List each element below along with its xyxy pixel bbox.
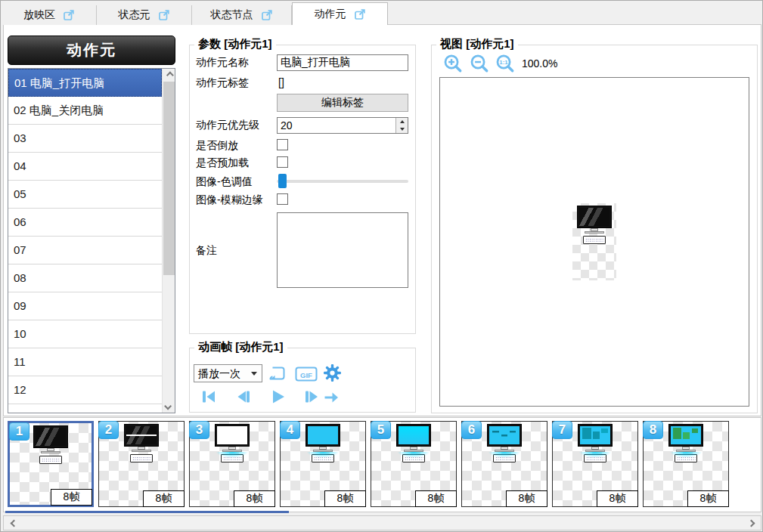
params-legend: 参数 [动作元1] <box>194 37 276 51</box>
scrollbar-thumb[interactable] <box>163 82 175 275</box>
scroll-up-button[interactable] <box>163 69 175 82</box>
priority-spinner[interactable]: 20 <box>277 117 408 134</box>
list-item[interactable]: 05 <box>8 181 162 209</box>
scroll-left-button[interactable] <box>5 516 22 530</box>
priority-label: 动作元优先级 <box>196 119 259 132</box>
chevron-down-icon <box>164 403 172 410</box>
film-frame[interactable]: 3 8帧 <box>189 421 275 507</box>
film-frame[interactable]: 1 8帧 <box>8 421 94 507</box>
gear-icon[interactable] <box>323 363 342 382</box>
reverse-checkbox[interactable] <box>277 139 288 150</box>
tab-label: 放映区 <box>23 8 55 22</box>
frame-count-badge: 8帧 <box>51 489 92 506</box>
frame-number-badge: 2 <box>98 421 119 439</box>
monitor-icon <box>215 424 250 447</box>
blur-label: 图像-模糊边缘 <box>196 193 263 207</box>
film-frame[interactable]: 8 8帧 <box>643 421 729 507</box>
slider-handle[interactable] <box>278 174 287 188</box>
list-item[interactable]: 08 <box>8 264 162 292</box>
frame-number-badge: 6 <box>461 421 482 439</box>
list-item[interactable]: 10 <box>8 320 162 348</box>
params-groupbox: 参数 [动作元1] 动作元名称 动作元标签 [] 编辑标签 动作元优先级 20 … <box>189 45 416 334</box>
screen-glow <box>578 452 613 459</box>
preload-checkbox[interactable] <box>277 156 288 168</box>
computer-image <box>33 425 68 465</box>
zoom-out-icon[interactable] <box>470 54 490 74</box>
hue-slider[interactable] <box>277 174 408 188</box>
film-frame[interactable]: 4 8帧 <box>280 421 366 507</box>
play-icon[interactable] <box>270 389 287 404</box>
screen-glow <box>306 452 340 459</box>
frame-number-badge: 3 <box>189 421 209 439</box>
step-forward-icon[interactable] <box>303 389 320 404</box>
name-input[interactable] <box>277 54 408 71</box>
skip-to-start-icon[interactable] <box>200 389 217 404</box>
tab[interactable]: 状态节点 <box>192 5 292 25</box>
anim-legend: 动画帧 [动作元1] <box>194 340 287 354</box>
monitor-icon <box>306 424 340 447</box>
list-item[interactable]: 02 电脑_关闭电脑 <box>8 97 162 125</box>
main-panel: 动作元 01 电脑_打开电脑02 电脑_关闭电脑0304050607080910… <box>3 24 761 416</box>
monitor-icon <box>396 424 431 447</box>
external-link-icon[interactable] <box>158 9 170 21</box>
film-frame[interactable]: 7 8帧 <box>552 421 638 507</box>
arrow-right-icon[interactable] <box>323 391 340 404</box>
list-item[interactable]: 04 <box>8 153 162 181</box>
monitor-icon <box>577 206 612 228</box>
spin-up-button[interactable] <box>396 118 408 125</box>
monitor-icon <box>487 424 522 447</box>
list-item[interactable]: 13 <box>8 404 162 413</box>
dropdown-arrow-icon <box>251 372 257 376</box>
triangle-up-icon <box>400 120 405 123</box>
play-mode-value: 播放一次 <box>198 365 240 382</box>
screen-glow <box>487 452 522 459</box>
frame-count-badge: 8帧 <box>687 490 729 507</box>
list-item[interactable]: 11 <box>8 348 162 376</box>
triangle-down-icon <box>400 128 405 131</box>
priority-value: 20 <box>281 118 293 133</box>
film-frame[interactable]: 5 8帧 <box>371 421 457 507</box>
computer-image <box>306 424 340 463</box>
note-icon[interactable] <box>268 366 286 382</box>
computer-image <box>396 424 431 463</box>
scroll-down-button[interactable] <box>163 400 175 413</box>
zoom-reset-icon[interactable]: 1:1 <box>495 54 516 74</box>
preview-canvas[interactable] <box>439 77 749 407</box>
gif-export-icon[interactable]: GIF <box>295 366 318 382</box>
scroll-right-button[interactable] <box>743 516 759 530</box>
filmstrip: 1 8帧 2 8帧 3 8帧 <box>3 417 761 512</box>
note-textarea[interactable] <box>277 212 408 288</box>
horizontal-scrollbar[interactable] <box>3 515 761 530</box>
film-frame[interactable]: 6 8帧 <box>461 421 547 507</box>
reverse-label: 是否倒放 <box>196 139 238 153</box>
list-item[interactable]: 12 <box>8 376 162 404</box>
monitor-icon <box>124 424 159 447</box>
spin-down-button[interactable] <box>396 125 408 133</box>
monitor-icon <box>578 424 613 447</box>
tab[interactable]: 状态元 <box>97 5 192 25</box>
external-link-icon[interactable] <box>261 9 273 21</box>
frame-count-badge: 8帧 <box>143 490 185 507</box>
blur-checkbox[interactable] <box>277 193 288 205</box>
list-item[interactable]: 01 电脑_打开电脑 <box>8 69 162 97</box>
frame-count-badge: 8帧 <box>506 490 547 507</box>
list-item[interactable]: 09 <box>8 292 162 320</box>
step-back-icon[interactable] <box>235 389 252 404</box>
list-item[interactable]: 03 <box>8 125 162 153</box>
tab[interactable]: 动作元 <box>292 2 388 25</box>
tab[interactable]: 放映区 <box>2 5 97 25</box>
name-label: 动作元名称 <box>196 56 249 70</box>
film-frame[interactable]: 2 8帧 <box>98 421 185 507</box>
anim-groupbox: 动画帧 [动作元1] 播放一次 GIF <box>189 348 416 413</box>
list-scrollbar[interactable] <box>162 69 175 413</box>
play-mode-dropdown[interactable]: 播放一次 <box>194 364 262 382</box>
chevron-right-icon <box>747 519 755 527</box>
chevron-up-icon <box>166 72 174 79</box>
list-item[interactable]: 07 <box>8 237 162 264</box>
external-link-icon[interactable] <box>354 8 366 20</box>
filmstrip-scroll-indicator[interactable] <box>5 511 289 513</box>
edit-tags-button[interactable]: 编辑标签 <box>277 94 408 112</box>
zoom-in-icon[interactable] <box>443 54 464 74</box>
list-item[interactable]: 06 <box>8 209 162 237</box>
external-link-icon[interactable] <box>63 9 75 21</box>
